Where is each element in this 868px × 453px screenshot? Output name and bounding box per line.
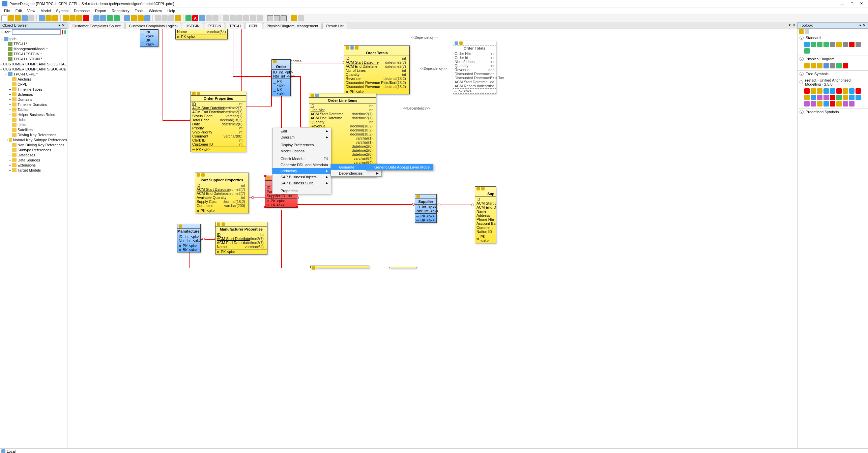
toolbox-tool-icon[interactable] — [836, 42, 842, 47]
chevron-down-icon[interactable]: ⌄ — [800, 36, 804, 40]
align4-icon[interactable] — [243, 15, 249, 21]
toolbox-tool-icon[interactable] — [836, 101, 842, 107]
db-icon[interactable] — [39, 15, 45, 21]
toolbox-tool-icon[interactable] — [849, 42, 855, 47]
menu-database[interactable]: Database — [71, 8, 92, 13]
chevron-down-icon[interactable]: ⌄ — [800, 110, 804, 114]
toolbox-tool-icon[interactable] — [823, 88, 829, 94]
tree-item[interactable]: +TPC-H TSTGIN * — [0, 51, 67, 56]
menu-item-generate-ddl-and-metadata[interactable]: Generate DDL and Metadata — [272, 162, 331, 168]
menu-item-diagram[interactable]: Diagram▶ — [272, 134, 331, 140]
tree-item[interactable]: +Tables — [0, 107, 67, 112]
toolbox-section[interactable]: ⌄Free Symbols — [798, 71, 868, 77]
paste-icon[interactable] — [76, 15, 82, 21]
align2-icon[interactable] — [230, 15, 236, 21]
print-icon[interactable] — [28, 15, 34, 21]
toolbox-tool-icon[interactable] — [856, 95, 861, 100]
cube2-icon[interactable] — [52, 15, 58, 21]
tree-item[interactable]: +Driving Key References — [0, 132, 67, 137]
minimize-button[interactable]: — — [838, 2, 847, 6]
toolbox-view2-icon[interactable] — [805, 29, 809, 34]
entity-manufacturer[interactable]: Manufacturer IDint<pk> Nbrint<ak> ∞PK <p… — [177, 224, 201, 252]
panel-pin-icon[interactable]: ▾ — [58, 23, 60, 28]
delete-icon[interactable] — [83, 15, 89, 21]
tab-result-list[interactable]: Result List — [322, 23, 347, 29]
grid1-icon[interactable] — [124, 15, 130, 21]
object-tree[interactable]: -tpch+TPC-H *+ManagementModel *+TPC-H TS… — [0, 35, 67, 448]
context-menu[interactable]: Edit▶Diagram▶Display Preferences...Model… — [272, 128, 331, 194]
cube-icon[interactable] — [46, 15, 52, 21]
tab-physicaldiagram_management[interactable]: PhysicalDiagram_Management — [263, 23, 322, 29]
toolbox-tool-icon[interactable] — [843, 42, 848, 47]
tree-item[interactable]: +TPC-H HSTGIN * — [0, 56, 67, 61]
menu-item-sap-business-suite[interactable]: SAP Business Suite▶ — [272, 180, 331, 186]
misc2-icon[interactable] — [298, 15, 304, 21]
entity-part-supplier-properties[interactable]: Part Supplier Properties IDintACM Start … — [195, 173, 249, 213]
menu-tools[interactable]: Tools — [132, 8, 146, 13]
align6-icon[interactable] — [257, 15, 263, 21]
tree-item[interactable]: +CUSTOMER COMPLAINTS LOGICAL * — [0, 61, 67, 66]
toolbox-tool-icon[interactable] — [830, 88, 835, 94]
toolbox-tool-icon[interactable] — [811, 42, 816, 47]
tree-item[interactable]: +ManagementModel * — [0, 46, 67, 51]
grid4-icon[interactable] — [144, 15, 150, 21]
tree-item[interactable]: +Timeline Domains — [0, 102, 67, 107]
menu-item-edit[interactable]: Edit▶ — [272, 128, 331, 134]
context-submenu-model[interactable]: Generic Data Access Layer Model — [366, 164, 433, 171]
box2-icon[interactable] — [162, 15, 168, 21]
tree-item[interactable]: +Schemas — [0, 92, 67, 97]
open-icon[interactable] — [8, 15, 14, 21]
tree-root[interactable]: -tpch — [0, 36, 67, 41]
menu-item-generic-data-access-layer-model[interactable]: Generic Data Access Layer Model — [366, 164, 433, 170]
layout3-icon[interactable] — [281, 15, 287, 21]
toolbox-tool-icon[interactable] — [823, 101, 829, 107]
box3-icon[interactable] — [168, 15, 174, 21]
menu-help[interactable]: Help — [165, 8, 178, 13]
toolbox-tool-icon[interactable] — [811, 63, 816, 68]
text-a-icon[interactable]: A — [192, 15, 198, 21]
tree-item[interactable]: +Data Sources — [0, 157, 67, 162]
entity-fragment-name[interactable]: Namevarchar(64) ∞PK <pk> — [175, 29, 228, 39]
tab-tpc-h[interactable]: TPC-H — [226, 23, 244, 29]
menu-item-dependencies[interactable]: Dependencies▶ — [331, 170, 381, 176]
entity-manufacturer-properties[interactable]: Manufacturer Properties IDintACM Start D… — [215, 222, 267, 254]
maximize-button[interactable]: ◻ — [847, 1, 857, 6]
tree-item[interactable]: +Timeline Types — [0, 87, 67, 92]
layout2-icon[interactable] — [274, 15, 280, 21]
tree-item[interactable]: +Subtype References — [0, 147, 67, 152]
toolbox-tool-icon[interactable] — [836, 88, 842, 94]
toolbox-tool-icon[interactable] — [811, 95, 816, 100]
toolbox-tool-icon[interactable] — [830, 63, 835, 68]
filter-go-icon[interactable] — [64, 30, 66, 34]
entity-supplier[interactable]: Supplier IDint<pk> Nbrint<ak> ∞PK <pk> ∞… — [415, 194, 437, 223]
tab-tstgin[interactable]: TSTGIN — [204, 23, 225, 29]
save-icon[interactable] — [22, 15, 28, 21]
menu-symbol[interactable]: Symbol — [53, 8, 71, 13]
entity-order-totals-ghost[interactable]: Order Totals Order NbrintOrder IdintNbr … — [453, 41, 496, 94]
toolbox-tool-icon[interactable] — [804, 88, 810, 94]
toolbox-tool-icon[interactable] — [843, 63, 848, 68]
close-button[interactable]: ✕ — [857, 1, 866, 6]
toolbox-tool-icon[interactable] — [823, 63, 829, 68]
menu-file[interactable]: File — [1, 8, 13, 13]
menu-item-i-refactory[interactable]: i-refactory▶ — [272, 168, 331, 174]
toolbox-view1-icon[interactable] — [799, 29, 804, 34]
align5-icon[interactable] — [250, 15, 256, 21]
entity-order[interactable]: Order IDint<pk> Nbrint<ak> ∞PK <pk> ∞BK … — [271, 59, 291, 96]
tab-cfpl[interactable]: CFPL — [245, 23, 262, 29]
toolbox-tool-icon[interactable] — [817, 88, 822, 94]
box1-icon[interactable] — [155, 15, 161, 21]
toolbox-tool-icon[interactable] — [817, 42, 822, 47]
align3-icon[interactable] — [236, 15, 242, 21]
toolbox-tool-icon[interactable] — [804, 95, 810, 100]
toolbox-tool-icon[interactable] — [849, 88, 855, 94]
menu-item-display-preferences-[interactable]: Display Preferences... — [272, 142, 331, 148]
toolbox-tool-icon[interactable] — [804, 63, 810, 68]
toolbox-pin-icon[interactable]: ▾ — [859, 23, 861, 28]
entity-fragment-bottom2[interactable] — [389, 267, 416, 268]
menu-item-sap-businessobjects[interactable]: SAP BusinessObjects▶ — [272, 174, 331, 180]
toolbox-tool-icon[interactable] — [849, 95, 855, 100]
toolbox-section[interactable]: ⌄Predefined Symbols — [798, 109, 868, 115]
undo-icon[interactable] — [93, 15, 99, 21]
toolbox-tool-icon[interactable] — [843, 95, 848, 100]
